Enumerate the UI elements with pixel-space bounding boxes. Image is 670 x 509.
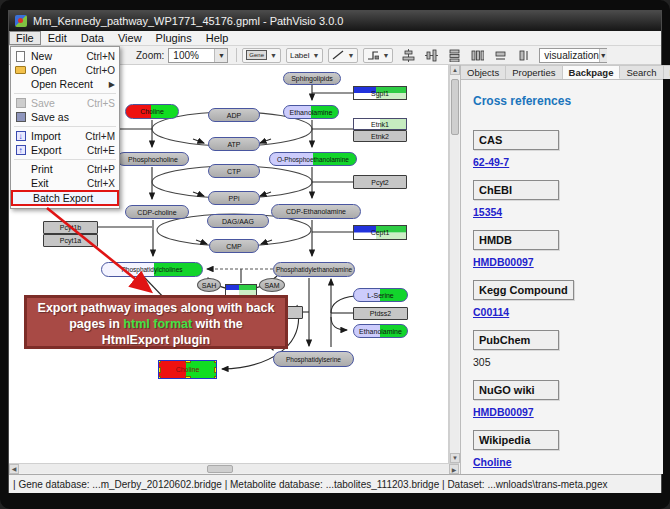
selection-handle[interactable] <box>214 376 217 379</box>
node-sgpl1[interactable]: Sgpl1 <box>353 86 407 100</box>
blank-icon <box>14 164 27 175</box>
file-menu-item-open[interactable]: Open Ctrl+O <box>11 63 119 77</box>
node-cdp-ethanolamine[interactable]: CDP-Ethanolamine <box>271 204 361 219</box>
selection-handle[interactable] <box>185 360 191 363</box>
menu-item-shortcut: Ctrl+M <box>85 131 115 142</box>
node-sah[interactable]: SAH <box>197 278 221 292</box>
node-ctp[interactable]: CTP <box>208 164 260 178</box>
scroll-right-icon[interactable]: ▶ <box>449 464 459 474</box>
selection-handle[interactable] <box>214 360 217 363</box>
canvas-vertical-scrollbar[interactable]: ▲ ▼ <box>449 65 459 463</box>
file-menu-item-export[interactable]: ↑ Export Ctrl+E <box>11 143 119 157</box>
node-adp[interactable]: ADP <box>208 108 260 122</box>
title-bar: Mm_Kennedy_pathway_WP1771_45176.gpml - P… <box>9 11 661 31</box>
zoom-value: 100% <box>173 50 199 61</box>
file-menu-item-save[interactable]: Save Ctrl+S <box>11 96 119 110</box>
node-choline-top[interactable]: Choline <box>125 104 179 119</box>
xref-link[interactable]: C00114 <box>473 306 663 318</box>
file-menu-item-batch-export[interactable]: Batch Export <box>11 190 119 206</box>
file-menu-item-print[interactable]: Print Ctrl+P <box>11 162 119 176</box>
tab-backpage[interactable]: Backpage <box>563 65 621 79</box>
node-cmp[interactable]: CMP <box>209 239 259 253</box>
node-ethanolamine-top[interactable]: Ethanolamine <box>283 105 339 119</box>
menu-file[interactable]: File <box>9 31 41 45</box>
node-phosphatidylethanolamine[interactable]: Phosphatidylethanolamine <box>273 262 355 277</box>
xref-link[interactable]: Choline <box>473 456 663 468</box>
tab-properties[interactable]: Properties <box>506 65 562 79</box>
chevron-down-icon[interactable]: ▼ <box>599 49 607 62</box>
align-center-icon[interactable] <box>400 48 416 63</box>
node-cdp-choline[interactable]: CDP-choline <box>125 205 189 219</box>
node-ethanolamine-bottom[interactable]: Ethanolamine <box>353 324 408 338</box>
stack-vertical-icon[interactable] <box>446 48 462 63</box>
elbow-tool-button[interactable]: ▼ <box>363 48 393 63</box>
node-phosphatidylserine[interactable]: Phosphatidylserine <box>273 351 354 367</box>
tab-objects[interactable]: Objects <box>461 65 506 79</box>
xref-title: ChEBI <box>473 180 559 200</box>
tab-legend[interactable]: Legend <box>664 65 670 79</box>
chevron-down-icon[interactable]: ▼ <box>270 52 277 59</box>
menu-plugins[interactable]: Plugins <box>149 31 199 45</box>
line-tool-button[interactable]: ▼ <box>328 48 358 63</box>
selection-handle[interactable] <box>158 360 161 363</box>
scrollbar-thumb[interactable] <box>207 465 233 473</box>
node-atp[interactable]: ATP <box>208 137 260 151</box>
file-menu-item-open-recent[interactable]: Open Recent ▶ <box>11 77 119 91</box>
node-sphingolipids[interactable]: Sphingolipids <box>283 72 341 85</box>
align-middle-icon[interactable] <box>423 48 439 63</box>
node-etnk1[interactable]: Etnk1 <box>353 118 407 130</box>
scroll-down-icon[interactable]: ▼ <box>450 453 460 463</box>
node-pcyt1a[interactable]: Pcyt1a <box>43 234 98 247</box>
file-menu-item-exit[interactable]: Exit Ctrl+X <box>11 176 119 190</box>
menu-item-label: Exit <box>31 177 49 189</box>
node-dag-aag[interactable]: DAG/AAG <box>207 214 269 228</box>
xref-link[interactable]: HMDB00097 <box>473 256 663 268</box>
canvas-horizontal-scrollbar[interactable]: ◀ ▶ <box>9 463 459 473</box>
chevron-down-icon[interactable]: ▼ <box>382 52 389 59</box>
node-ptdss2[interactable]: Ptdss2 <box>353 307 408 320</box>
node-phosphocholine[interactable]: Phosphocholine <box>117 152 189 166</box>
scroll-left-icon[interactable]: ◀ <box>9 464 19 474</box>
selection-handle[interactable] <box>158 367 161 373</box>
file-menu-item-save-as[interactable]: Save as <box>11 110 119 124</box>
common-height-icon[interactable] <box>515 48 531 63</box>
tab-search[interactable]: Search <box>620 65 663 79</box>
selection-handle[interactable] <box>158 376 161 379</box>
chevron-down-icon[interactable]: ▼ <box>214 49 227 62</box>
xref-link[interactable]: HMDB00097 <box>473 406 663 418</box>
node-choline-selected[interactable]: Choline <box>158 360 217 379</box>
menu-item-label: Batch Export <box>33 192 93 204</box>
node-cept1[interactable]: Cept1 <box>353 225 407 240</box>
node-l-serine[interactable]: L-Serine <box>353 288 408 302</box>
menu-view[interactable]: View <box>111 31 149 45</box>
new-gene-button[interactable]: Gene ▼ <box>242 48 281 63</box>
file-menu-item-import[interactable]: ↓ Import Ctrl+M <box>11 129 119 143</box>
node-sam[interactable]: SAM <box>259 278 285 292</box>
new-label-button[interactable]: Label ▼ <box>286 48 324 63</box>
node-etnk2[interactable]: Etnk2 <box>353 130 407 142</box>
node-phosphatidylcholines[interactable]: Phosphatidylcholines <box>101 262 203 277</box>
node-o-phosphoethanolamine[interactable]: O-Phosphoethanolamine <box>269 152 357 166</box>
node-pcyt2[interactable]: Pcyt2 <box>353 175 407 189</box>
node-ppi[interactable]: PPi <box>208 191 260 205</box>
node-pcyt1b[interactable]: Pcyt1b <box>43 221 98 234</box>
blank-icon <box>16 193 29 204</box>
chevron-down-icon[interactable]: ▼ <box>313 52 320 59</box>
xref-link[interactable]: 15354 <box>473 206 663 218</box>
scroll-up-icon[interactable]: ▲ <box>450 65 460 75</box>
menu-edit[interactable]: Edit <box>41 31 74 45</box>
scrollbar-thumb[interactable] <box>451 79 459 135</box>
stack-horizontal-icon[interactable] <box>469 48 485 63</box>
xref-section-nugo: NuGO wiki HMDB00097 <box>473 380 663 418</box>
xref-link[interactable]: 62-49-7 <box>473 156 663 168</box>
visualization-combobox[interactable]: visualization ▼ <box>539 48 607 63</box>
selection-handle[interactable] <box>214 367 217 373</box>
file-menu-item-new[interactable]: New Ctrl+N <box>11 49 119 63</box>
menu-help[interactable]: Help <box>199 31 236 45</box>
menu-data[interactable]: Data <box>74 31 111 45</box>
chevron-down-icon[interactable]: ▼ <box>347 52 354 59</box>
common-width-icon[interactable] <box>492 48 508 63</box>
xref-title: PubChem <box>473 330 559 350</box>
zoom-combobox[interactable]: 100% ▼ <box>168 48 228 63</box>
selection-handle[interactable] <box>185 376 191 379</box>
